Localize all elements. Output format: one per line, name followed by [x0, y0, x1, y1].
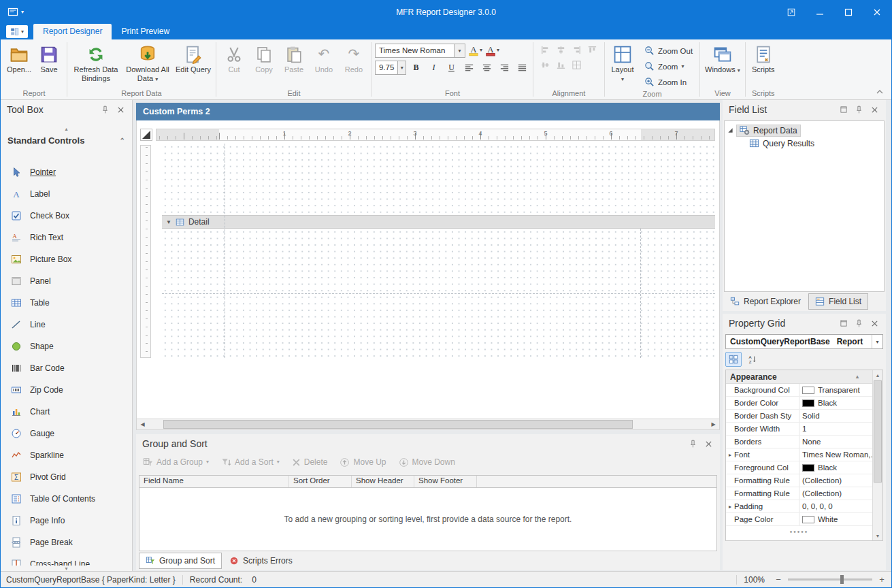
- add-group-button[interactable]: Add a Group▾: [143, 457, 209, 468]
- categorized-view-button[interactable]: [725, 352, 742, 367]
- property-row-borders-4[interactable]: BordersNone: [726, 436, 872, 448]
- move-down-button[interactable]: Move Down: [399, 457, 455, 468]
- redo-button[interactable]: ↷Redo: [339, 41, 369, 75]
- toolbox-item-check-box[interactable]: Check Box: [1, 205, 132, 227]
- scroll-left-icon[interactable]: ◀: [137, 421, 148, 427]
- edit-query-button[interactable]: Edit Query: [174, 41, 213, 75]
- property-row-formatting-rule-8[interactable]: Formatting Rule(Collection): [726, 487, 872, 500]
- zoom-out-button[interactable]: Zoom Out: [640, 44, 697, 58]
- property-row-page-color-10[interactable]: Page ColorWhite: [726, 513, 872, 526]
- font-color-caret-icon[interactable]: ▾: [497, 48, 499, 53]
- scroll-right-icon[interactable]: ▶: [708, 421, 719, 427]
- zoom-slider-thumb[interactable]: [840, 575, 844, 584]
- delete-button[interactable]: Delete: [292, 457, 328, 467]
- close-panel-icon[interactable]: [116, 105, 126, 115]
- download-all-data-button[interactable]: Download All Data ▾: [122, 41, 174, 83]
- property-row-border-width-3[interactable]: Border Width1: [726, 423, 872, 436]
- document-tab-header[interactable]: Custom Perms 2: [136, 103, 720, 120]
- expand-icon[interactable]: ▸: [726, 452, 734, 458]
- scrollbar-thumb[interactable]: [874, 380, 882, 483]
- font-name-caret-icon[interactable]: ▾: [454, 44, 465, 57]
- category-collapse-icon[interactable]: ▴: [856, 374, 859, 380]
- layout-button[interactable]: Layout▾: [608, 41, 638, 83]
- tab-print-preview[interactable]: Print Preview: [112, 24, 179, 39]
- zoom-plus-button[interactable]: +: [878, 574, 886, 585]
- minimize-button[interactable]: [806, 1, 834, 24]
- toolbox-item-line[interactable]: Line: [1, 314, 132, 336]
- toolbox-item-table-of-contents[interactable]: Table Of Contents: [1, 488, 132, 510]
- property-row-font-5[interactable]: ▸FontTimes New Roman,...: [726, 448, 872, 461]
- toolbox-item-gauge[interactable]: Gauge: [1, 423, 132, 444]
- toolbox-item-rich-text[interactable]: ARich Text: [1, 227, 132, 248]
- al-top-button[interactable]: [587, 45, 597, 57]
- band-collapse-icon[interactable]: ▼: [166, 219, 171, 225]
- pin-icon[interactable]: [100, 105, 110, 115]
- tree-node-report-data[interactable]: Report Data: [725, 124, 884, 137]
- move-up-button[interactable]: Move Up: [340, 457, 386, 468]
- toolbox-item-bar-code[interactable]: Bar Code: [1, 357, 132, 379]
- close-panel-icon[interactable]: [704, 439, 714, 449]
- al-right-button[interactable]: [572, 45, 582, 57]
- toolbox-item-sparkline[interactable]: Sparkline: [1, 444, 132, 466]
- scripts-button[interactable]: Scripts: [748, 41, 778, 75]
- tab-report-designer[interactable]: Report Designer: [33, 24, 112, 39]
- pin-icon[interactable]: [854, 105, 864, 115]
- toolbox-item-shape[interactable]: Shape: [1, 336, 132, 357]
- detail-band-header[interactable]: ▼ Detail: [162, 215, 715, 229]
- al-center-button[interactable]: [556, 45, 566, 57]
- maximize-panel-icon[interactable]: [838, 318, 848, 329]
- justify-text-button[interactable]: [514, 60, 530, 75]
- italic-button[interactable]: I: [426, 60, 442, 75]
- column-header-field-name[interactable]: Field Name: [139, 476, 289, 487]
- property-row-padding-9[interactable]: ▸Padding0, 0, 0, 0: [726, 500, 872, 513]
- zoom-minus-button[interactable]: −: [774, 574, 782, 585]
- toolbox-item-page-break[interactable]: Page Break: [1, 532, 132, 553]
- splitter-dots[interactable]: •••••: [726, 526, 872, 537]
- font-color-button[interactable]: A▾: [484, 43, 499, 58]
- maximize-button[interactable]: [834, 1, 863, 24]
- windows-button[interactable]: Windows ▾: [703, 41, 742, 75]
- font-size-combo[interactable]: 9.75▾: [375, 61, 406, 75]
- column-header-show-header[interactable]: Show Header: [352, 476, 414, 487]
- object-selector-caret-icon[interactable]: ▾: [872, 335, 882, 348]
- save-button[interactable]: Save: [34, 41, 64, 75]
- close-panel-icon[interactable]: [870, 318, 880, 329]
- underline-button[interactable]: U: [444, 60, 459, 75]
- tab-group-and-sort[interactable]: Group and Sort: [139, 553, 222, 569]
- toolbox-item-panel[interactable]: Panel: [1, 270, 132, 292]
- toolbox-item-label[interactable]: ALabel: [1, 183, 132, 205]
- scroll-down-icon[interactable]: ▼: [873, 531, 882, 540]
- zoom-in-button[interactable]: Zoom In: [640, 75, 697, 89]
- column-header-show-footer[interactable]: Show Footer: [414, 476, 477, 487]
- highlight-caret-icon[interactable]: ▾: [480, 48, 482, 53]
- design-horizontal-scrollbar[interactable]: ◀ ▶: [136, 419, 720, 430]
- tree-expanded-icon[interactable]: [727, 127, 733, 133]
- tab-field-list[interactable]: Field List: [808, 293, 868, 310]
- toolbox-item-pointer[interactable]: Pointer: [1, 161, 132, 183]
- tree-node-query-results[interactable]: Query Results: [725, 137, 884, 150]
- toolbox-item-page-info[interactable]: Page Info: [1, 510, 132, 532]
- toolbox-item-picture-box[interactable]: Picture Box: [1, 248, 132, 270]
- design-surface[interactable]: 1234567 ▼ Detail: [136, 120, 720, 419]
- cut-button[interactable]: Cut: [219, 41, 249, 75]
- open-button[interactable]: Open...: [4, 41, 34, 75]
- undo-button[interactable]: ↶Undo: [309, 41, 339, 75]
- popout-button[interactable]: [777, 1, 806, 24]
- pin-icon[interactable]: [688, 439, 698, 449]
- align-text-center-button[interactable]: [479, 60, 495, 75]
- collapse-ribbon-button[interactable]: [874, 86, 886, 97]
- toolbox-item-cross-band-line[interactable]: Cross-band Line: [1, 553, 132, 566]
- property-row-background-col-0[interactable]: Background ColTransparent: [726, 384, 872, 397]
- paste-button[interactable]: Paste: [279, 41, 309, 75]
- close-button[interactable]: [863, 1, 891, 24]
- refresh-data-bindings-button[interactable]: Refresh Data Bindings: [70, 41, 122, 83]
- toolbox-item-zip-code[interactable]: Zip Code: [1, 379, 132, 401]
- add-sort-button[interactable]: Add a Sort▾: [221, 457, 280, 468]
- zoom-button[interactable]: Zoom▾: [640, 59, 697, 74]
- tab-scripts-errors[interactable]: Scripts Errors: [223, 553, 299, 569]
- zoom-slider[interactable]: [788, 578, 872, 581]
- copy-button[interactable]: Copy: [249, 41, 279, 75]
- top-margin-band[interactable]: [162, 144, 715, 215]
- maximize-panel-icon[interactable]: [838, 105, 848, 115]
- toolbox-item-table[interactable]: Table: [1, 292, 132, 314]
